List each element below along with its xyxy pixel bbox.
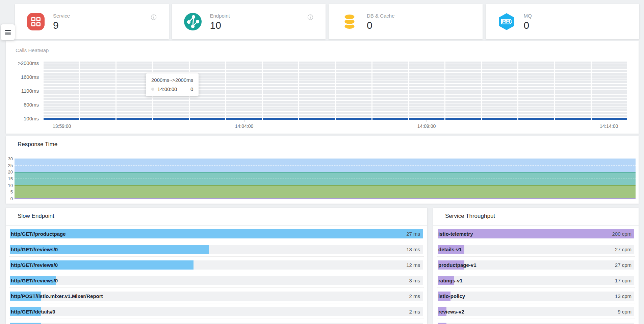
service-name: ratings-v1 (438, 276, 463, 285)
service-bar-row[interactable]: istio-policy 13 cpm (438, 292, 634, 301)
endpoint-bar-row[interactable]: http/GET//productpage 27 ms (10, 229, 423, 238)
service-name: istio-policy (438, 292, 465, 301)
service-name: productpage-v1 (438, 260, 476, 270)
card-endpoint: Endpoint 10 (172, 4, 326, 39)
service-bar-row[interactable]: istio-telemetry 200 cpm (438, 229, 634, 238)
rt-y-tick: 15 (6, 176, 13, 181)
card-value: 9 (53, 20, 70, 30)
row-divider (437, 241, 635, 241)
service-grid-icon (27, 13, 45, 31)
service-bar-row[interactable]: ratings-v1 17 cpm (438, 276, 634, 285)
card-value: 0 (524, 20, 532, 30)
heatmap-y-label: 1100ms (6, 88, 39, 94)
service-name: istio-telemetry (438, 229, 473, 238)
heatmap-y-label: 1600ms (6, 74, 39, 80)
tooltip-title: 2000ms~>2000ms (151, 77, 193, 83)
divider (433, 225, 639, 226)
endpoint-name: http/GET//reviews/0 (11, 245, 58, 254)
endpoint-value: 27 ms (406, 229, 420, 238)
card-label: MQ (524, 13, 532, 19)
row-divider (9, 287, 424, 288)
rt-y-tick: 0 (6, 196, 13, 201)
response-time-panel: Response Time 30 25 20 15 10 5 0 (6, 136, 639, 204)
row-divider (437, 303, 635, 303)
card-db-cache: DB & Cache 0 (329, 4, 483, 39)
endpoint-value: 2 ms (409, 292, 420, 301)
bar-track (438, 307, 634, 316)
card-label: Service (53, 13, 70, 19)
endpoint-bar-row[interactable]: http/GET//reviews/0 12 ms (10, 260, 423, 270)
service-bar-row-partial[interactable] (438, 323, 634, 324)
tooltip-value: 0 (187, 86, 193, 92)
row-divider (437, 272, 635, 272)
bar-fill (10, 323, 41, 324)
service-bar-row[interactable]: productpage-v1 27 cpm (438, 260, 634, 270)
service-name: details-v1 (438, 245, 462, 254)
endpoint-value: 13 ms (406, 245, 420, 254)
endpoint-name: http/GET//reviews/0 (11, 276, 58, 285)
x-axis-tick (62, 120, 62, 122)
row-divider (437, 256, 635, 257)
service-throughput-panel: Service Throughput istio-telemetry 200 c… (433, 208, 639, 324)
mq-hexagon-icon (497, 13, 516, 31)
x-axis-tick (609, 120, 609, 122)
card-value: 10 (210, 20, 230, 30)
heatmap-x-label: 14:14:00 (600, 123, 618, 129)
bar-track (10, 307, 423, 316)
row-divider (9, 319, 424, 319)
endpoint-name: http/POST//istio.mixer.v1.Mixer/Report (11, 292, 103, 301)
heatmap-y-label: 100ms (6, 116, 39, 121)
card-value: 0 (367, 20, 395, 30)
bar-track (438, 276, 634, 285)
rt-y-tick: 25 (6, 163, 13, 168)
endpoint-name: http/GET//productpage (11, 229, 66, 238)
row-divider (9, 272, 424, 272)
heatmap-title: Calls HeatMap (16, 47, 49, 53)
response-time-chart[interactable] (15, 159, 636, 199)
slow-endpoint-panel: Slow Endpoint http/GET//productpage 27 m… (6, 208, 427, 324)
bar-fill (10, 229, 423, 238)
heatmap-y-label: 600ms (6, 102, 39, 108)
row-divider (9, 303, 424, 303)
divider (6, 225, 427, 226)
heatmap-grid[interactable] (44, 62, 627, 120)
info-icon[interactable] (307, 14, 313, 20)
calls-heatmap-panel: Calls HeatMap >2000ms 1600ms 1100ms 600m… (6, 41, 639, 134)
bar-track (10, 323, 423, 324)
row-divider (437, 287, 635, 288)
service-bar-row[interactable]: reviews-v2 9 cpm (438, 307, 634, 316)
endpoint-network-icon (184, 13, 202, 31)
bar-track (438, 323, 634, 324)
x-axis-tick (244, 120, 244, 122)
slow-endpoint-title: Slow Endpoint (18, 213, 54, 219)
endpoint-value: 2 ms (409, 307, 420, 316)
endpoint-bar-row[interactable]: http/GET//reviews/0 13 ms (10, 245, 423, 254)
heatmap-y-label: >2000ms (6, 60, 39, 66)
stat-cards-row: Service 9 Endpoint (15, 4, 639, 39)
row-divider (9, 241, 424, 241)
service-value: 9 cpm (618, 307, 632, 316)
service-value: 17 cpm (615, 276, 632, 285)
bar-track (438, 292, 634, 301)
card-mq: MQ 0 (486, 4, 640, 39)
endpoint-value: 12 ms (406, 260, 420, 270)
service-value: 27 cpm (615, 245, 632, 254)
database-icon (340, 13, 359, 31)
endpoint-bar-row[interactable]: http/GET//details/0 2 ms (10, 307, 423, 316)
sidebar-toggle-button[interactable] (1, 24, 15, 40)
service-bar-row[interactable]: details-v1 27 cpm (438, 245, 634, 254)
service-value: 13 cpm (615, 292, 632, 301)
endpoint-bar-row[interactable]: http/POST//istio.mixer.v1.Mixer/Report 2… (10, 292, 423, 301)
heatmap-x-label: 14:09:00 (417, 123, 436, 129)
endpoint-bar-row[interactable]: http/GET//reviews/0 3 ms (10, 276, 423, 285)
row-divider (437, 319, 635, 319)
info-icon[interactable] (151, 14, 157, 20)
endpoint-value: 3 ms (409, 276, 420, 285)
row-divider (9, 256, 424, 257)
x-axis-tick (427, 120, 427, 122)
tooltip-time: 14:00:00 (157, 86, 177, 92)
endpoint-bar-row-partial[interactable] (10, 323, 423, 324)
service-value: 27 cpm (615, 260, 632, 270)
endpoint-name: http/GET//details/0 (11, 307, 55, 316)
service-throughput-title: Service Throughput (445, 213, 495, 219)
